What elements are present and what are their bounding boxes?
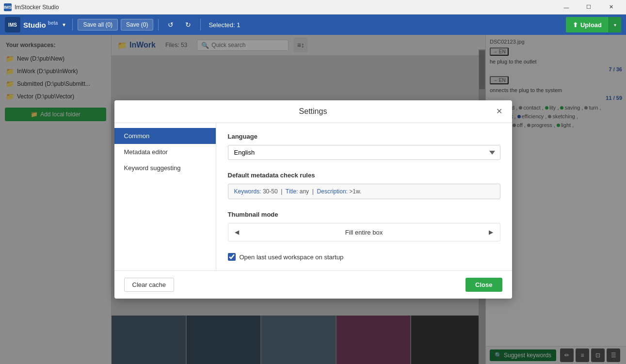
upload-dropdown-button[interactable]: ▾ xyxy=(609,17,621,32)
thumbnail-value: Fill entire box xyxy=(246,229,482,236)
app-header: IMS Studio beta ▾ Save all (0) Save (0) … xyxy=(0,15,626,35)
dialog-title: Settings xyxy=(299,107,327,116)
save-button[interactable]: Save (0) xyxy=(121,19,153,31)
dialog-nav-keywords[interactable]: Keyword suggesting xyxy=(114,160,216,176)
thumbnail-control: ◀ Fill entire box ▶ xyxy=(228,223,500,241)
language-section: Language English Russian German French S… xyxy=(228,133,500,160)
thumbnail-prev-button[interactable]: ◀ xyxy=(228,223,246,241)
desc-label: Description: xyxy=(317,188,348,195)
settings-dialog: Settings ✕ Common Metadata editor Keywor… xyxy=(114,100,512,299)
dialog-sidebar-nav: Common Metadata editor Keyword suggestin… xyxy=(114,123,216,270)
dialog-footer: Clear cache Close xyxy=(114,270,512,299)
language-select[interactable]: English Russian German French Spanish xyxy=(228,145,500,160)
dialog-close-btn[interactable]: Close xyxy=(465,278,502,292)
main-content: Your workspaces: 📁 New (D:\pub\New) 📁 In… xyxy=(0,35,626,364)
dialog-close-button[interactable]: ✕ xyxy=(494,105,505,117)
title-bar-controls: — ☐ ✕ xyxy=(555,0,622,15)
app-title: Studio beta xyxy=(23,20,58,29)
thumbnail-title: Thumbnail mode xyxy=(228,211,500,218)
header-separator-3 xyxy=(200,19,201,31)
checkbox-row: Open last used workspace on startup xyxy=(228,253,500,261)
app-title-beta: beta xyxy=(48,20,58,26)
title-value: any xyxy=(300,188,309,195)
keywords-label: Keywords: xyxy=(234,188,261,195)
dialog-main-content: Language English Russian German French S… xyxy=(216,123,512,270)
keywords-value: 30-50 xyxy=(263,188,278,195)
metadata-rules-box: Keywords: 30-50 | Title: any | Descripti… xyxy=(228,184,500,199)
metadata-title: Default metadata check rules xyxy=(228,172,500,179)
startup-checkbox-label: Open last used workspace on startup xyxy=(240,253,344,261)
dialog-nav-metadata[interactable]: Metadata editor xyxy=(114,144,216,160)
clear-cache-button[interactable]: Clear cache xyxy=(124,278,174,292)
maximize-button[interactable]: ☐ xyxy=(578,0,600,15)
thumbnail-section: Thumbnail mode ◀ Fill entire box ▶ xyxy=(228,211,500,241)
window-close-button[interactable]: ✕ xyxy=(600,0,622,15)
startup-checkbox[interactable] xyxy=(228,253,236,261)
dialog-header: Settings ✕ xyxy=(114,100,512,123)
app-icon: IMS xyxy=(4,3,12,11)
studio-dropdown-button[interactable]: ▾ xyxy=(61,20,67,29)
header-separator-1 xyxy=(72,19,73,31)
upload-button[interactable]: ⬆ Upload xyxy=(566,17,609,32)
minimize-button[interactable]: — xyxy=(555,0,578,15)
upload-icon: ⬆ xyxy=(573,21,578,29)
metadata-section: Default metadata check rules Keywords: 3… xyxy=(228,172,500,199)
desc-value: >1w. xyxy=(349,188,361,195)
dialog-nav-common[interactable]: Common xyxy=(114,128,216,144)
app-logo: IMS xyxy=(5,17,20,32)
undo-button[interactable]: ↺ xyxy=(163,17,178,32)
selected-label: Selected: 1 xyxy=(209,21,240,29)
language-title: Language xyxy=(228,133,500,140)
upload-group: ⬆ Upload ▾ xyxy=(566,17,621,32)
title-bar-text: ImStocker Studio xyxy=(15,4,59,11)
save-all-button[interactable]: Save all (0) xyxy=(78,19,118,31)
modal-backdrop: Settings ✕ Common Metadata editor Keywor… xyxy=(0,35,626,364)
title-bar: IMS ImStocker Studio — ☐ ✕ xyxy=(0,0,626,15)
thumbnail-next-button[interactable]: ▶ xyxy=(482,223,500,241)
redo-button[interactable]: ↻ xyxy=(181,17,195,32)
dialog-body: Common Metadata editor Keyword suggestin… xyxy=(114,123,512,270)
title-label: Title: xyxy=(286,188,298,195)
header-separator-2 xyxy=(158,19,159,31)
